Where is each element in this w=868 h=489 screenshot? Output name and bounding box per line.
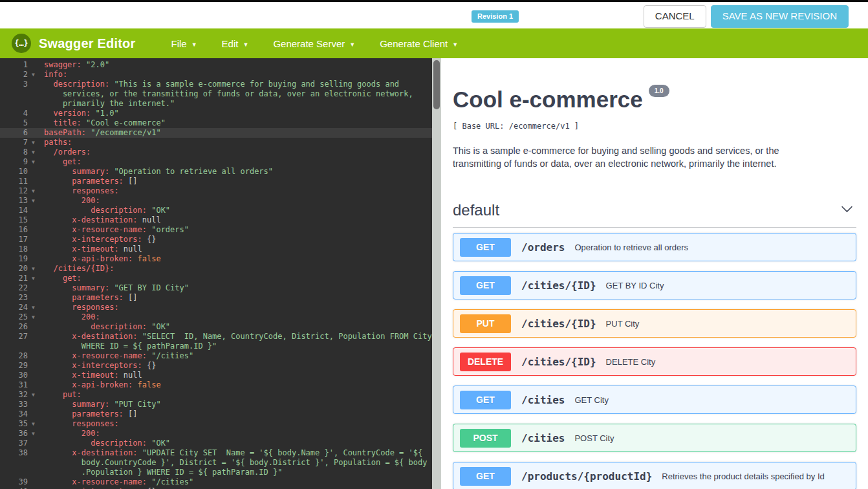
fold-arrow-icon[interactable]: ▼ (28, 138, 39, 147)
fold-arrow-icon[interactable]: ▼ (28, 429, 39, 439)
code-token: services, or the transmitting of funds o… (44, 89, 413, 98)
code-token: get: (63, 157, 81, 166)
menu-generate-client[interactable]: Generate Client ▼ (367, 28, 470, 58)
code-text: responses: (39, 419, 119, 429)
code-token: get: (63, 274, 81, 283)
line-number: 1 (6, 60, 28, 70)
method-badge: GET (460, 391, 511, 409)
menu-generate-server[interactable]: Generate Server ▼ (261, 28, 367, 58)
gutter-cell: 29 (0, 361, 39, 371)
gutter-cell (0, 89, 39, 99)
code-editor[interactable]: 1swagger: "2.0"2▼info:3 description: "Th… (0, 58, 441, 489)
fold-arrow-icon[interactable]: ▼ (28, 390, 39, 400)
gutter-cell: 13▼ (0, 196, 39, 206)
code-text: get: (39, 157, 81, 167)
fold-arrow-icon[interactable]: ▼ (28, 419, 39, 429)
code-token: "OK" (151, 206, 170, 215)
gutter-cell: 20▼ (0, 264, 39, 274)
code-token (133, 380, 137, 389)
code-text: get: (39, 274, 81, 283)
code-token: description: (91, 439, 147, 448)
code-token: null (119, 244, 142, 254)
menu-bar: File ▼ Edit ▼ Generate Server ▼ Generate… (159, 28, 471, 58)
editor-scrollbar-thumb[interactable] (433, 60, 440, 109)
fold-arrow-icon[interactable]: ▼ (28, 157, 39, 167)
code-row: 39 x-resource-name: "/cities" (0, 477, 432, 487)
fold-arrow-icon[interactable]: ▼ (28, 196, 39, 206)
code-token: "1.0" (95, 109, 118, 118)
collapse-section-button[interactable] (838, 202, 856, 218)
code-text: x-api-broken: false (39, 380, 161, 390)
line-number: 2 (6, 70, 28, 80)
fold-arrow-icon[interactable]: ▼ (28, 312, 39, 322)
line-number: 17 (6, 235, 28, 244)
line-number: 37 (6, 439, 28, 448)
menu-file-label: File (171, 38, 187, 49)
code-row: 21▼ get: (0, 274, 432, 283)
save-as-new-revision-button[interactable]: SAVE AS NEW REVISION (711, 5, 849, 28)
code-token: put: (63, 390, 81, 399)
code-text: WHERE ID = ${ pathParam.ID }" (39, 342, 217, 351)
gutter-cell: 15 (0, 215, 39, 225)
menu-file[interactable]: File ▼ (159, 28, 210, 58)
code-token: "/cities" (151, 351, 193, 360)
code-token: "OK" (151, 322, 170, 331)
fold-arrow-icon[interactable]: ▼ (28, 186, 39, 196)
operation-row-get[interactable]: GET/citiesGET City (453, 386, 856, 414)
gutter-cell: 25▼ (0, 312, 39, 322)
line-number: 34 (6, 409, 28, 419)
code-text: primarily the internet." (39, 99, 175, 109)
code-token: paths: (44, 138, 72, 147)
code-token: 200: (81, 196, 100, 205)
fold-arrow-icon[interactable]: ▼ (28, 264, 39, 274)
operation-path: /products/{productId} (521, 470, 652, 483)
cancel-button[interactable]: CANCEL (644, 5, 706, 28)
main-split: 1swagger: "2.0"2▼info:3 description: "Th… (0, 58, 868, 489)
code-row: 16 x-resource-name: "orders" (0, 225, 432, 235)
gutter-cell: 11 (0, 177, 39, 186)
operation-row-delete[interactable]: DELETE/cities/{ID}DELETE City (453, 347, 856, 376)
code-token (44, 196, 81, 205)
operation-row-post[interactable]: POST/citiesPOST City (453, 424, 856, 452)
operation-summary: POST City (574, 433, 614, 443)
code-text: x-interceptors: {} (39, 235, 156, 244)
code-token (44, 312, 81, 321)
operation-row-get[interactable]: GET/ordersOperation to retrieve all orde… (453, 233, 856, 261)
tag-header[interactable]: default (453, 201, 856, 228)
operation-path: /cities/{ID} (521, 318, 596, 330)
code-row: 5 title: "Cool e-commerce" (0, 118, 432, 128)
gutter-cell: 10 (0, 167, 39, 177)
operation-row-get[interactable]: GET/products/{productId}Retrieves the pr… (453, 462, 856, 489)
fold-arrow-icon[interactable]: ▼ (28, 147, 39, 157)
code-token: x-interceptors: (72, 361, 142, 370)
operation-row-put[interactable]: PUT/cities/{ID}PUT City (453, 309, 856, 338)
fold-arrow-icon[interactable]: ▼ (28, 303, 39, 312)
code-text: x-resource-name: "/cities" (39, 351, 193, 361)
code-row: 9▼ get: (0, 157, 432, 167)
code-token: responses: (72, 303, 118, 312)
code-row: 12▼ responses: (0, 186, 432, 196)
line-number: 26 (6, 322, 28, 332)
code-row: 35▼ responses: (0, 419, 432, 429)
gutter-cell: 17 (0, 235, 39, 244)
fold-arrow-icon[interactable]: ▼ (28, 70, 39, 80)
swagger-logo-icon: {…} (12, 34, 31, 53)
code-token (44, 177, 72, 186)
line-number: 6 (6, 128, 28, 138)
code-token: "GET BY ID City" (114, 283, 189, 292)
menu-edit[interactable]: Edit ▼ (210, 28, 261, 58)
gutter-cell: 26 (0, 322, 39, 332)
menu-edit-label: Edit (222, 38, 239, 49)
code-text: parameters: [] (39, 293, 138, 303)
code-token: "Operation to retrieve all orders" (114, 167, 273, 176)
fold-arrow-icon[interactable]: ▼ (28, 274, 39, 283)
code-text: x-timeout: null (39, 371, 142, 380)
code-token (44, 477, 72, 486)
code-text: x-resource-name: "/cities" (39, 477, 193, 487)
editor-scrollbar[interactable] (432, 58, 441, 489)
operation-row-get[interactable]: GET/cities/{ID}GET BY ID City (453, 271, 856, 299)
line-number: 36 (6, 429, 28, 439)
line-number: 8 (6, 147, 28, 157)
code-text: .Population } WHERE ID = ${ pathParam.ID… (39, 468, 282, 477)
code-token: "/cities" (151, 477, 193, 486)
